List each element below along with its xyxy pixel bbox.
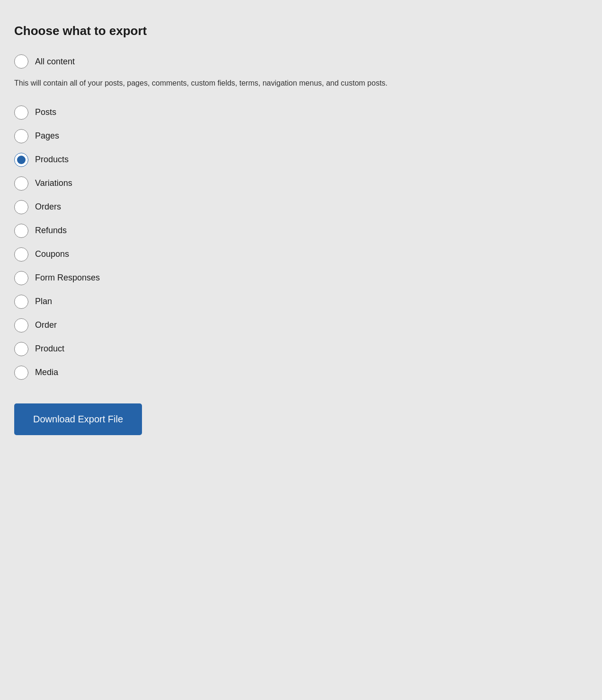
radio-form-responses[interactable] bbox=[14, 271, 28, 285]
download-export-button[interactable]: Download Export File bbox=[14, 403, 142, 435]
radio-item-products[interactable]: Products bbox=[14, 148, 412, 172]
radio-item-posts[interactable]: Posts bbox=[14, 101, 412, 124]
radio-item-variations[interactable]: Variations bbox=[14, 172, 412, 195]
radio-label-refunds[interactable]: Refunds bbox=[35, 226, 67, 236]
radio-refunds[interactable] bbox=[14, 224, 28, 238]
radio-label-plan[interactable]: Plan bbox=[35, 297, 52, 306]
export-options: All content This will contain all of you… bbox=[14, 50, 412, 385]
radio-label-coupons[interactable]: Coupons bbox=[35, 249, 69, 259]
radio-label-products[interactable]: Products bbox=[35, 155, 69, 165]
radio-label-form-responses[interactable]: Form Responses bbox=[35, 273, 100, 283]
radio-all-content[interactable] bbox=[14, 54, 28, 69]
radio-plan[interactable] bbox=[14, 295, 28, 309]
radio-product[interactable] bbox=[14, 342, 28, 356]
radio-label-variations[interactable]: Variations bbox=[35, 178, 72, 188]
radio-item-all-content[interactable]: All content bbox=[14, 50, 412, 73]
all-content-description: This will contain all of your posts, pag… bbox=[14, 77, 412, 89]
radio-label-pages[interactable]: Pages bbox=[35, 131, 59, 141]
radio-item-orders[interactable]: Orders bbox=[14, 195, 412, 219]
radio-label-media[interactable]: Media bbox=[35, 368, 58, 377]
radio-item-coupons[interactable]: Coupons bbox=[14, 243, 412, 266]
radio-products[interactable] bbox=[14, 153, 28, 167]
radio-label-order[interactable]: Order bbox=[35, 320, 57, 330]
radio-item-plan[interactable]: Plan bbox=[14, 290, 412, 314]
radio-posts[interactable] bbox=[14, 105, 28, 120]
radio-item-form-responses[interactable]: Form Responses bbox=[14, 266, 412, 290]
page-title: Choose what to export bbox=[14, 24, 412, 38]
radio-orders[interactable] bbox=[14, 200, 28, 214]
radio-variations[interactable] bbox=[14, 176, 28, 191]
radio-item-order[interactable]: Order bbox=[14, 314, 412, 337]
radio-item-pages[interactable]: Pages bbox=[14, 124, 412, 148]
radio-media[interactable] bbox=[14, 366, 28, 380]
export-container: Choose what to export All content This w… bbox=[9, 14, 416, 445]
radio-pages[interactable] bbox=[14, 129, 28, 143]
radio-order[interactable] bbox=[14, 318, 28, 332]
radio-item-media[interactable]: Media bbox=[14, 361, 412, 385]
radio-label-product[interactable]: Product bbox=[35, 344, 64, 354]
radio-label-all-content[interactable]: All content bbox=[35, 57, 75, 67]
radio-label-orders[interactable]: Orders bbox=[35, 202, 61, 212]
radio-item-product[interactable]: Product bbox=[14, 337, 412, 361]
radio-coupons[interactable] bbox=[14, 247, 28, 262]
radio-item-refunds[interactable]: Refunds bbox=[14, 219, 412, 243]
radio-label-posts[interactable]: Posts bbox=[35, 107, 56, 117]
